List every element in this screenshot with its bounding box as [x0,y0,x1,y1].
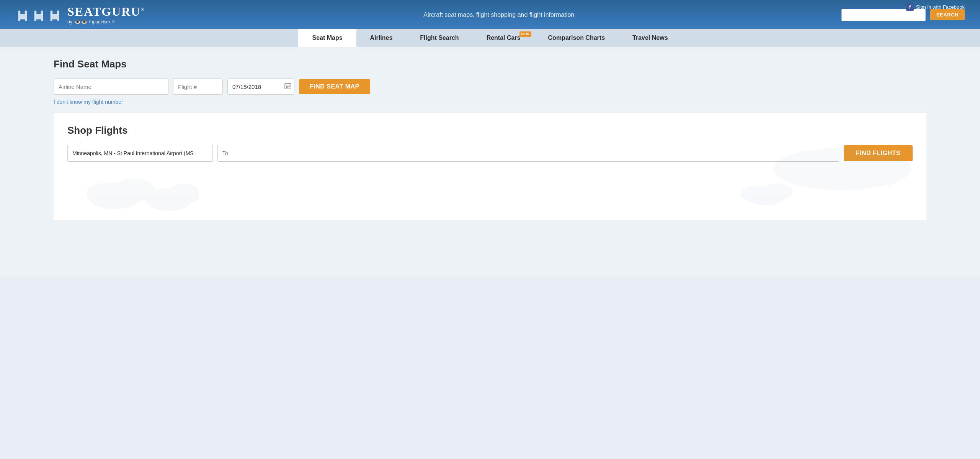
date-input[interactable] [227,79,294,95]
nav-item-flight-search[interactable]: Flight Search [406,29,472,47]
svg-rect-3 [18,18,20,21]
svg-rect-6 [34,10,37,15]
svg-point-34 [145,188,191,211]
svg-rect-9 [41,18,43,21]
nav-item-travel-news[interactable]: Travel News [619,29,682,47]
svg-point-30 [741,186,768,202]
svg-point-29 [762,184,792,200]
svg-rect-2 [25,10,27,15]
nav-item-comparison-charts[interactable]: Comparison Charts [534,29,619,47]
find-seat-map-button[interactable]: FIND SEAT MAP [299,79,370,94]
from-input[interactable] [67,145,213,162]
shop-flights-title: Shop Flights [67,125,913,136]
seat-map-form: FIND SEAT MAP [54,79,926,95]
main-content: Find Seat Maps [0,47,980,277]
svg-point-31 [88,182,142,209]
facebook-signin-button[interactable]: f Sign in with Facebook [906,3,965,11]
logo-title: SeatGuru [67,5,140,18]
nav-item-seat-maps[interactable]: Seat Maps [298,29,356,47]
shop-flights-section: Shop Flights FIND FLIGHTS [54,113,926,220]
svg-point-35 [167,184,199,204]
flight-number-input[interactable] [173,79,223,95]
tagline: Aircraft seat maps, flight shopping and … [145,11,841,18]
clouds-watermark [84,169,199,216]
shop-flights-form: FIND FLIGHTS [67,145,913,162]
svg-rect-12 [57,10,59,15]
header-search-button[interactable]: SEARCH [930,9,965,20]
svg-rect-5 [34,14,43,19]
flight-number-link[interactable]: I don't know my flight number [54,99,123,105]
logo: SeatGuru® by 👁️👁️ tripadvisor ® [67,5,145,25]
seat-icons [15,8,62,22]
svg-rect-10 [51,14,59,19]
svg-rect-0 [18,14,27,19]
svg-rect-7 [41,10,43,15]
svg-point-32 [113,179,155,202]
nav-bar: Seat Maps Airlines Flight Search Rental … [0,29,980,47]
find-seat-maps-section: Find Seat Maps [54,58,926,105]
nav-item-airlines[interactable]: Airlines [356,29,407,47]
svg-rect-1 [18,10,21,15]
svg-point-33 [86,183,121,205]
nav-item-rental-cars[interactable]: Rental Cars NEW [473,29,534,47]
find-flights-button[interactable]: FIND FLIGHTS [844,145,913,161]
svg-rect-14 [57,18,59,21]
svg-rect-11 [51,10,53,15]
date-wrapper [227,79,294,95]
new-badge: NEW [519,31,531,37]
facebook-signin-label: Sign in with Facebook [916,4,965,10]
airline-name-input[interactable] [54,79,168,95]
svg-rect-13 [51,18,52,21]
to-input[interactable] [217,145,839,162]
svg-point-28 [746,186,785,205]
svg-rect-4 [25,18,27,21]
facebook-icon: f [906,3,914,11]
tripadvisor-owl-icon: 👁️👁️ [74,19,87,25]
svg-rect-8 [34,18,36,21]
find-seat-maps-title: Find Seat Maps [54,58,926,70]
